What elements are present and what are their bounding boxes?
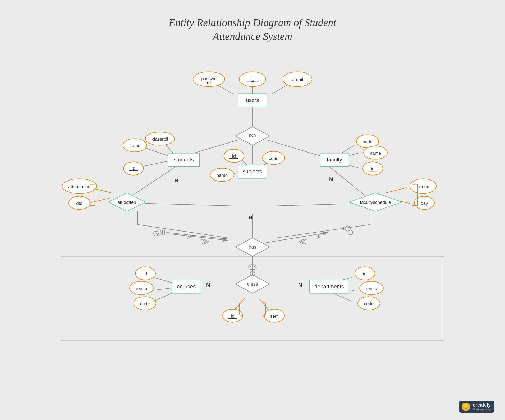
attr-users-email: email [292, 77, 303, 82]
svg-line-42 [333, 293, 352, 301]
card-n-departments: N [298, 282, 302, 288]
attr-faculty-code: code [363, 139, 373, 144]
svg-line-21 [87, 198, 110, 204]
svg-line-27 [386, 188, 407, 193]
attr-departments-id: id [363, 271, 367, 276]
card-n-students: N [175, 178, 178, 183]
attr-facultyschedule-period: period [417, 184, 429, 189]
svg-line-47 [169, 234, 227, 241]
attr-courses-id: id [144, 271, 147, 276]
attr-class-sem: sem [270, 314, 279, 319]
attr-facultyschedule-day: day [421, 201, 428, 206]
creately-bulb-icon: 💡 [462, 403, 470, 411]
creately-sub: Diagramming [473, 408, 491, 411]
entity-students: students [174, 157, 194, 163]
svg-line-39 [153, 293, 172, 301]
attr-class-id: id [231, 313, 235, 319]
svg-line-11 [143, 161, 168, 167]
creately-badge: 💡 creately Diagramming [459, 401, 494, 413]
card-n-courses: N [206, 282, 210, 288]
rel-class: class [247, 281, 258, 287]
attr-faculty-id: id [371, 166, 375, 172]
svg-point-99 [348, 230, 353, 235]
rel-studatten: studatten [118, 200, 136, 205]
entity-faculty: faculty [327, 157, 342, 163]
attr-faculty-name: name [370, 151, 381, 156]
svg-line-4 [272, 85, 288, 94]
er-diagram: users students faculty subjects courses … [16, 8, 489, 404]
entity-departments: departments [314, 284, 344, 289]
svg-line-9 [145, 148, 168, 156]
svg-text:rd: rd [207, 80, 211, 85]
entity-courses: courses [177, 284, 196, 289]
creately-name: creately [473, 402, 491, 408]
svg-line-3 [217, 85, 233, 94]
attr-subjects-id: id [232, 154, 236, 159]
svg-point-43 [156, 230, 161, 235]
attr-subjects-code: code [269, 156, 279, 161]
svg-line-36 [259, 299, 270, 312]
attr-departments-name: name [366, 286, 377, 291]
attr-students-classroll: classroll [152, 137, 168, 142]
card-n-faculty: N [329, 176, 333, 182]
main-container: Entity Relationship Diagram of Student A… [0, 0, 505, 420]
attr-courses-code: code [140, 301, 150, 306]
attr-departments-code: code [364, 301, 374, 306]
svg-line-38 [151, 288, 172, 291]
attr-students-name: name [129, 143, 141, 148]
attr-studatten-dte: dte [76, 201, 82, 206]
svg-line-24 [137, 225, 227, 238]
svg-line-31 [278, 225, 370, 238]
diagram-area: Entity Relationship Diagram of Student A… [16, 8, 489, 404]
svg-line-26 [329, 167, 365, 196]
svg-line-37 [153, 278, 172, 283]
attr-users-id: id [251, 77, 254, 82]
svg-line-29 [270, 204, 362, 206]
entity-subjects: subjects [243, 169, 262, 174]
rel-has: has [249, 244, 256, 250]
rel-facultyschedule: facultyschedule [360, 200, 391, 205]
attr-students-id: id [132, 166, 135, 171]
attr-subjects-name: name [217, 173, 228, 178]
rel-isa: ISA [249, 133, 256, 139]
svg-line-22 [145, 204, 238, 206]
attr-courses-name: name [136, 286, 147, 291]
card-n-subjects-studatten: N [249, 215, 252, 220]
attr-studatten-attendance: attendance [68, 184, 90, 189]
entity-users: users [246, 97, 259, 103]
